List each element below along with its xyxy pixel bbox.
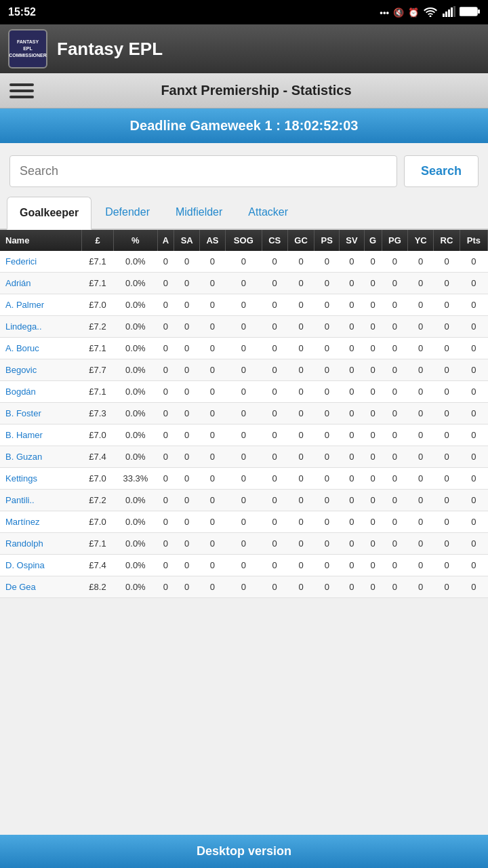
stat-cell: 0 [364,251,382,273]
stat-cell: 0 [460,359,487,381]
tab-defender[interactable]: Defender [93,197,162,229]
stat-cell: 0 [434,381,460,403]
col-name[interactable]: Name [0,230,81,251]
stat-cell: £7.4 [81,555,113,576]
search-button[interactable]: Search [404,155,479,187]
player-name[interactable]: Randolph [0,533,81,555]
stat-cell: 0 [174,533,200,555]
stat-cell: 0 [262,359,287,381]
stat-cell: 0 [408,425,434,446]
stat-cell: 0.0% [114,316,158,338]
deadline-text: Deadline Gameweek 1 : 18:02:52:03 [130,118,359,133]
player-name[interactable]: B. Foster [0,403,81,425]
stat-cell: 0 [460,316,487,338]
app-title: Fantasy EPL [57,39,163,60]
player-name[interactable]: D. Ospina [0,555,81,576]
table-row: Adrián£7.10.0%0000000000000 [0,273,488,294]
stat-cell: 0 [364,316,382,338]
stat-cell: 0 [157,338,174,359]
col-pts[interactable]: Pts [460,230,487,251]
stat-cell: 0 [382,490,408,511]
stat-cell: £7.4 [81,446,113,468]
player-name[interactable]: Federici [0,251,81,273]
stat-cell: 0 [314,555,340,576]
stat-cell: 0 [287,381,314,403]
player-name[interactable]: A. Palmer [0,294,81,316]
stat-cell: 0 [262,338,287,359]
stat-cell: 0 [225,468,262,490]
col-sa[interactable]: SA [174,230,200,251]
svg-point-0 [430,15,432,17]
stat-cell: 0 [364,381,382,403]
stat-cell: 0 [340,533,365,555]
stat-cell: 0 [157,576,174,598]
col-percent[interactable]: % [114,230,158,251]
col-as[interactable]: AS [200,230,226,251]
stat-cell: 0 [174,359,200,381]
stat-cell: 0 [314,338,340,359]
col-sog[interactable]: SOG [225,230,262,251]
player-name[interactable]: Pantili.. [0,490,81,511]
stat-cell: 0 [340,446,365,468]
stat-cell: £7.0 [81,425,113,446]
stat-cell: 0 [262,576,287,598]
stat-cell: 0 [408,576,434,598]
player-name[interactable]: Bogdán [0,381,81,403]
col-sv[interactable]: SV [340,230,365,251]
search-input[interactable] [9,155,397,187]
col-cs[interactable]: CS [262,230,287,251]
stat-cell: 0 [287,273,314,294]
player-name[interactable]: De Gea [0,576,81,598]
player-name[interactable]: Martínez [0,511,81,533]
svg-rect-2 [445,12,447,17]
stat-cell: 0 [287,359,314,381]
player-name[interactable]: Lindega.. [0,316,81,338]
stat-cell: 0 [434,338,460,359]
player-name[interactable]: Adrián [0,273,81,294]
tab-midfielder[interactable]: Midfielder [163,197,235,229]
stat-cell: 0 [314,294,340,316]
footer[interactable]: Desktop version [0,835,488,868]
stat-cell: 0 [225,555,262,576]
stat-cell: 0 [408,381,434,403]
stat-cell: 0 [314,533,340,555]
table-row: A. Boruc£7.10.0%0000000000000 [0,338,488,359]
stat-cell: 0 [200,468,226,490]
stat-cell: 0 [314,316,340,338]
player-name[interactable]: Begovic [0,359,81,381]
col-ps[interactable]: PS [314,230,340,251]
stat-cell: 0 [434,273,460,294]
col-pg[interactable]: PG [382,230,408,251]
tab-attacker[interactable]: Attacker [236,197,300,229]
tab-goalkeeper[interactable]: Goalkeeper [7,197,92,230]
player-name[interactable]: Kettings [0,468,81,490]
svg-rect-4 [451,7,453,17]
svg-rect-5 [453,6,455,17]
col-yc[interactable]: YC [408,230,434,251]
stat-cell: 0 [382,381,408,403]
player-name[interactable]: A. Boruc [0,338,81,359]
stat-cell: 0 [174,273,200,294]
stat-cell: 0 [262,468,287,490]
stat-cell: 0 [314,251,340,273]
player-name[interactable]: B. Hamer [0,425,81,446]
stat-cell: 0 [262,555,287,576]
player-name[interactable]: B. Guzan [0,446,81,468]
col-g[interactable]: G [364,230,382,251]
col-rc[interactable]: RC [434,230,460,251]
stat-cell: 0 [262,446,287,468]
stat-cell: 0 [382,511,408,533]
col-gc[interactable]: GC [287,230,314,251]
stat-cell: 0 [157,468,174,490]
stat-cell: 0 [434,446,460,468]
col-a[interactable]: A [157,230,174,251]
stat-cell: 0 [262,316,287,338]
stat-cell: 0 [408,555,434,576]
hamburger-menu[interactable] [9,83,34,98]
stat-cell: £7.1 [81,338,113,359]
stat-cell: 0 [408,446,434,468]
footer-label: Desktop version [197,844,291,858]
stat-cell: 0 [262,294,287,316]
stat-cell: 0 [434,555,460,576]
col-price[interactable]: £ [81,230,113,251]
